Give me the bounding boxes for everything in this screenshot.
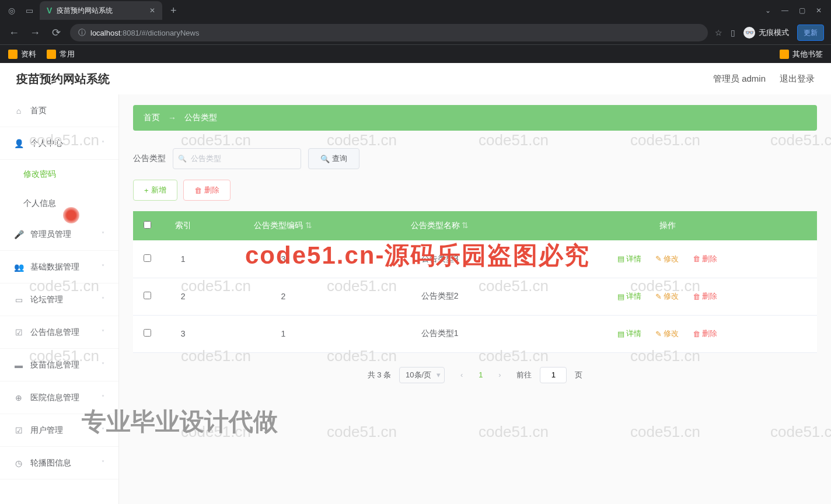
search-icon: 🔍 xyxy=(320,155,330,163)
update-button[interactable]: 更新 xyxy=(797,24,824,41)
bookmark-item[interactable]: 资料 xyxy=(8,49,36,60)
sidebar-item[interactable]: ☑用户管理˅ xyxy=(0,414,118,447)
detail-button[interactable]: ▤详情 xyxy=(617,328,641,339)
menu-icon: ▬ xyxy=(14,360,23,370)
edit-button[interactable]: ✎修改 xyxy=(655,291,679,302)
row-delete-button[interactable]: 🗑删除 xyxy=(693,328,717,339)
incognito-label: 无痕模式 xyxy=(759,27,789,38)
sidebar-sub-item[interactable]: 修改密码 xyxy=(0,160,118,189)
chevron-down-icon: ˅ xyxy=(102,329,104,335)
sidebar-item[interactable]: ⌂首页 xyxy=(0,94,118,127)
breadcrumb-sep: → xyxy=(168,113,176,123)
next-page-button[interactable]: › xyxy=(491,367,508,383)
menu-icon: 🎤 xyxy=(14,230,23,239)
trash-icon: 🗑 xyxy=(194,186,202,195)
other-bookmarks[interactable]: 其他书签 xyxy=(780,49,823,60)
browser-chrome: ◎ ▭ V 疫苗预约网站系统 ✕ + ⌄ — ▢ ✕ ← → ⟳ ⓘ local… xyxy=(0,0,831,63)
logout-button[interactable]: 退出登录 xyxy=(780,74,815,85)
sidebar-item[interactable]: 👤个人中心˄ xyxy=(0,127,118,160)
chevron-down-icon: ˅ xyxy=(102,394,104,401)
menu-icon: ☑ xyxy=(14,426,23,435)
extension-icon[interactable]: ▯ xyxy=(731,28,735,37)
url-input[interactable]: ⓘ localhost:8081/#/dictionaryNews xyxy=(70,24,708,41)
cell-index: 3 xyxy=(161,315,205,352)
menu-icon: ◷ xyxy=(14,459,23,468)
forward-button[interactable]: → xyxy=(28,27,42,39)
sidebar-item[interactable]: ⊕医院信息管理˅ xyxy=(0,382,118,414)
detail-button[interactable]: ▤详情 xyxy=(617,291,641,302)
chevron-down-icon: ˅ xyxy=(102,362,104,368)
browser-tab[interactable]: V 疫苗预约网站系统 ✕ xyxy=(40,1,162,20)
prev-page-button[interactable]: ‹ xyxy=(453,367,470,383)
url-host: localhost xyxy=(90,29,120,37)
edit-button[interactable]: ✎修改 xyxy=(655,254,679,264)
globe-icon[interactable]: ◎ xyxy=(5,4,19,18)
menu-label: 个人中心 xyxy=(30,138,63,149)
sidebar-item[interactable]: ◷轮播图信息˅ xyxy=(0,447,118,480)
action-row: +新增 🗑删除 xyxy=(133,180,817,201)
row-delete-button[interactable]: 🗑删除 xyxy=(693,254,717,264)
maximize-button[interactable]: ▢ xyxy=(799,6,805,15)
edit-button[interactable]: ✎修改 xyxy=(655,328,679,339)
breadcrumb-home[interactable]: 首页 xyxy=(144,113,160,123)
sidebar-item[interactable]: ☑公告信息管理˅ xyxy=(0,316,118,349)
menu-label: 用户管理 xyxy=(30,425,63,436)
row-delete-button[interactable]: 🗑删除 xyxy=(693,291,717,302)
page-size-select[interactable]: 10条/页 xyxy=(399,367,445,383)
page-number[interactable]: 1 xyxy=(479,370,483,379)
edit-icon: ✎ xyxy=(655,330,662,338)
bookmark-item[interactable]: 常用 xyxy=(47,49,75,60)
close-icon[interactable]: ✕ xyxy=(149,6,155,15)
delete-button[interactable]: 🗑删除 xyxy=(183,180,231,201)
search-input[interactable]: 公告类型 xyxy=(173,148,301,169)
sidebar-sub-item[interactable]: 个人信息 xyxy=(0,189,118,218)
chevron-down-icon: ˅ xyxy=(102,296,104,303)
dropdown-icon[interactable]: ⌄ xyxy=(765,6,771,15)
row-checkbox[interactable] xyxy=(144,329,151,337)
sidebar-item[interactable]: ▭论坛管理˅ xyxy=(0,284,118,316)
search-button[interactable]: 🔍查询 xyxy=(308,148,359,169)
new-tab-button[interactable]: + xyxy=(166,5,181,17)
sort-icon[interactable]: ⇅ xyxy=(462,220,469,230)
data-table: 索引 公告类型编码 ⇅ 公告类型名称 ⇅ 操作 1 3 公告类型3 ▤详情 ✎修… xyxy=(133,211,817,353)
menu-label: 疫苗信息管理 xyxy=(30,360,79,370)
row-checkbox[interactable] xyxy=(144,292,151,299)
menu-icon: ⊕ xyxy=(14,393,23,402)
cell-name: 公告类型2 xyxy=(361,278,518,315)
star-icon[interactable]: ☆ xyxy=(715,28,722,37)
menu-icon: ▭ xyxy=(14,295,23,304)
add-button[interactable]: +新增 xyxy=(133,180,177,201)
back-button[interactable]: ← xyxy=(7,27,21,39)
select-all-checkbox[interactable] xyxy=(144,221,151,229)
sidebar-item[interactable]: ▬疫苗信息管理˅ xyxy=(0,349,118,382)
table-header-row: 索引 公告类型编码 ⇅ 公告类型名称 ⇅ 操作 xyxy=(133,211,817,240)
app-icon[interactable]: ▭ xyxy=(22,4,36,18)
address-bar: ← → ⟳ ⓘ localhost:8081/#/dictionaryNews … xyxy=(0,21,831,44)
row-checkbox[interactable] xyxy=(144,254,151,262)
sidebar-item[interactable]: 🎤管理员管理˅ xyxy=(0,218,118,251)
chevron-down-icon: ˅ xyxy=(102,427,104,433)
goto-input[interactable] xyxy=(540,367,567,383)
close-window-button[interactable]: ✕ xyxy=(816,6,822,15)
sort-icon[interactable]: ⇅ xyxy=(305,220,312,230)
reload-button[interactable]: ⟳ xyxy=(49,26,63,39)
sidebar-item[interactable]: 👥基础数据管理˅ xyxy=(0,251,118,284)
tab-title: 疫苗预约网站系统 xyxy=(57,6,113,16)
col-name: 公告类型名称 ⇅ xyxy=(361,211,518,240)
goto-suffix: 页 xyxy=(575,370,582,380)
cell-code: 1 xyxy=(205,315,361,352)
detail-button[interactable]: ▤详情 xyxy=(617,254,641,264)
table-row: 2 2 公告类型2 ▤详情 ✎修改 🗑删除 xyxy=(133,278,817,315)
cell-ops: ▤详情 ✎修改 🗑删除 xyxy=(518,240,817,278)
col-index: 索引 xyxy=(161,211,205,240)
select-all-header xyxy=(133,211,161,240)
user-label[interactable]: 管理员 admin xyxy=(713,74,766,85)
minimize-button[interactable]: — xyxy=(781,6,788,15)
vue-favicon-icon: V xyxy=(47,6,52,15)
plus-icon: + xyxy=(144,186,149,195)
search-row: 公告类型 公告类型 🔍查询 xyxy=(133,148,817,169)
main-content: 首页 → 公告类型 公告类型 公告类型 🔍查询 +新增 🗑删除 索引 公告类型编… xyxy=(119,63,831,504)
edit-icon: ✎ xyxy=(655,292,662,301)
page-total: 共 3 条 xyxy=(368,370,391,380)
incognito-icon: 👓 xyxy=(743,27,755,38)
